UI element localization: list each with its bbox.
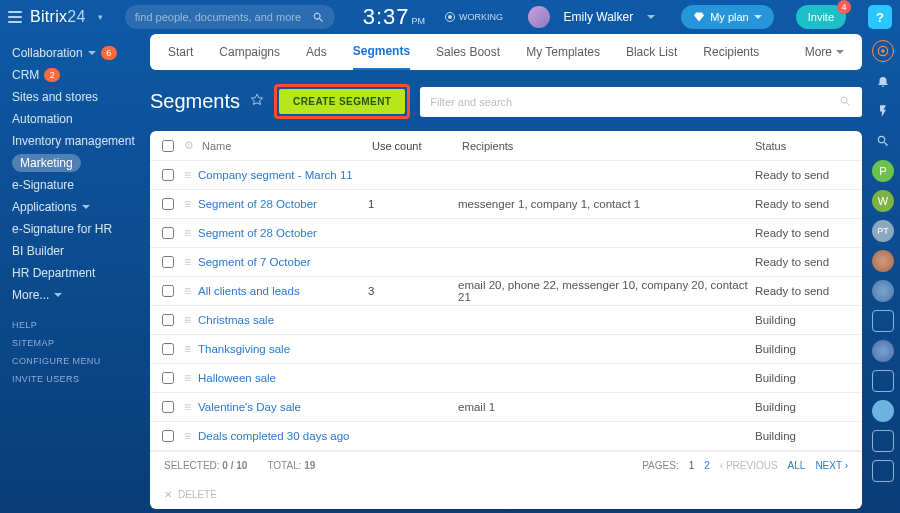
- page-1[interactable]: 1: [689, 460, 695, 471]
- rail-contact-pt[interactable]: PT: [872, 220, 894, 242]
- select-all-checkbox[interactable]: [162, 140, 174, 152]
- segment-link[interactable]: Segment of 28 October: [198, 227, 317, 239]
- col-status[interactable]: Status: [755, 140, 850, 152]
- drag-handle-icon[interactable]: ≡: [184, 342, 198, 356]
- tab-black-list[interactable]: Black List: [626, 34, 677, 70]
- sidebar-item-sites-and-stores[interactable]: Sites and stores: [12, 86, 150, 108]
- drag-handle-icon[interactable]: ≡: [184, 226, 198, 240]
- sidebar-item-collaboration[interactable]: Collaboration6: [12, 42, 150, 64]
- rail-message-icon[interactable]: [872, 430, 894, 452]
- rail-chat-icon[interactable]: [872, 370, 894, 392]
- rail-contact-w[interactable]: W: [872, 190, 894, 212]
- rail-contact-photo-1[interactable]: [872, 250, 894, 272]
- drag-handle-icon[interactable]: ≡: [184, 313, 198, 327]
- row-checkbox[interactable]: [162, 285, 174, 297]
- drag-handle-icon[interactable]: ≡: [184, 255, 198, 269]
- rail-search-icon[interactable]: [872, 130, 894, 152]
- tab-start[interactable]: Start: [168, 34, 193, 70]
- global-search[interactable]: [125, 5, 335, 29]
- sidebar-item-automation[interactable]: Automation: [12, 108, 150, 130]
- sidebar-item-e-signature-for-hr[interactable]: e-Signature for HR: [12, 218, 150, 240]
- drag-handle-icon[interactable]: ≡: [184, 284, 198, 298]
- segment-link[interactable]: Company segment - March 11: [198, 169, 353, 181]
- segment-link[interactable]: Christmas sale: [198, 314, 274, 326]
- drag-handle-icon[interactable]: ≡: [184, 400, 198, 414]
- filter-search-input[interactable]: [430, 96, 839, 108]
- sidebar-item-inventory-management[interactable]: Inventory management: [12, 130, 150, 152]
- tab-recipients[interactable]: Recipients: [703, 34, 759, 70]
- segment-link[interactable]: Valentine's Day sale: [198, 401, 301, 413]
- sidebar-item-bi-builder[interactable]: BI Builder: [12, 240, 150, 262]
- segment-link[interactable]: All clients and leads: [198, 285, 300, 297]
- user-chevron-icon[interactable]: [647, 15, 655, 19]
- rail-friends-icon[interactable]: [872, 400, 894, 422]
- sidebar-item-more-[interactable]: More...: [12, 284, 150, 306]
- row-checkbox[interactable]: [162, 198, 174, 210]
- rail-app-icon[interactable]: [872, 460, 894, 482]
- menu-icon[interactable]: [8, 11, 22, 23]
- create-segment-button[interactable]: CREATE SEGMENT: [279, 89, 405, 114]
- segment-link[interactable]: Thanksgiving sale: [198, 343, 290, 355]
- sidebar-item-crm[interactable]: CRM2: [12, 64, 150, 86]
- row-checkbox[interactable]: [162, 372, 174, 384]
- prev-page[interactable]: ‹ PREVIOUS: [720, 460, 778, 471]
- sidebar-item-e-signature[interactable]: e-Signature: [12, 174, 150, 196]
- rail-calendar-icon[interactable]: [872, 310, 894, 332]
- tab-campaigns[interactable]: Campaigns: [219, 34, 280, 70]
- sidebar-footer-help[interactable]: HELP: [12, 316, 150, 334]
- drag-handle-icon[interactable]: ≡: [184, 197, 198, 211]
- drag-handle-icon[interactable]: ≡: [184, 371, 198, 385]
- drag-handle-icon[interactable]: ≡: [184, 168, 198, 182]
- row-checkbox[interactable]: [162, 314, 174, 326]
- filter-search[interactable]: [420, 87, 862, 117]
- working-status[interactable]: WORKING: [445, 12, 503, 22]
- sidebar-footer-configure-menu[interactable]: CONFIGURE MENU: [12, 352, 150, 370]
- row-checkbox[interactable]: [162, 343, 174, 355]
- clock[interactable]: 3:37 PM: [363, 4, 425, 30]
- page-2[interactable]: 2: [704, 460, 710, 471]
- segment-link[interactable]: Segment of 7 October: [198, 256, 311, 268]
- tab-segments[interactable]: Segments: [353, 34, 410, 70]
- drag-handle-icon[interactable]: ≡: [184, 429, 198, 443]
- delete-action[interactable]: ✕ DELETE: [150, 479, 862, 509]
- user-name[interactable]: Emily Walker: [564, 10, 634, 24]
- col-name[interactable]: Name: [202, 140, 372, 152]
- logo-chevron-icon[interactable]: ▾: [98, 12, 103, 22]
- rail-bolt-icon[interactable]: [872, 100, 894, 122]
- rail-contact-photo-2[interactable]: [872, 280, 894, 302]
- rail-target-icon[interactable]: [872, 40, 894, 62]
- logo[interactable]: Bitrix24: [30, 8, 86, 26]
- help-button[interactable]: ?: [868, 5, 892, 29]
- segment-link[interactable]: Halloween sale: [198, 372, 276, 384]
- col-recipients[interactable]: Recipients: [462, 140, 755, 152]
- next-page[interactable]: NEXT ›: [815, 460, 848, 471]
- global-search-input[interactable]: [135, 11, 312, 23]
- row-checkbox[interactable]: [162, 401, 174, 413]
- tab-my-templates[interactable]: My Templates: [526, 34, 600, 70]
- sidebar-item-marketing[interactable]: Marketing: [12, 152, 150, 174]
- sidebar-item-label: Applications: [12, 200, 77, 214]
- segment-link[interactable]: Segment of 28 October: [198, 198, 317, 210]
- tab-sales-boost[interactable]: Sales Boost: [436, 34, 500, 70]
- tab-more[interactable]: More: [805, 34, 844, 70]
- row-checkbox[interactable]: [162, 256, 174, 268]
- row-checkbox[interactable]: [162, 227, 174, 239]
- sidebar-item-hr-department[interactable]: HR Department: [12, 262, 150, 284]
- sidebar-item-applications[interactable]: Applications: [12, 196, 150, 218]
- invite-button[interactable]: Invite 4: [796, 5, 846, 29]
- row-checkbox[interactable]: [162, 430, 174, 442]
- all-pages[interactable]: ALL: [788, 460, 806, 471]
- row-checkbox[interactable]: [162, 169, 174, 181]
- gear-icon[interactable]: ⚙: [184, 139, 202, 152]
- tab-ads[interactable]: Ads: [306, 34, 327, 70]
- rail-people-icon[interactable]: [872, 340, 894, 362]
- sidebar-footer-invite-users[interactable]: INVITE USERS: [12, 370, 150, 388]
- col-use[interactable]: Use count: [372, 140, 462, 152]
- sidebar-footer-sitemap[interactable]: SITEMAP: [12, 334, 150, 352]
- avatar[interactable]: [528, 6, 550, 28]
- my-plan-button[interactable]: My plan: [681, 5, 774, 29]
- rail-contact-p[interactable]: P: [872, 160, 894, 182]
- segment-link[interactable]: Deals completed 30 days ago: [198, 430, 350, 442]
- rail-bell-icon[interactable]: [872, 70, 894, 92]
- star-icon[interactable]: [250, 93, 264, 110]
